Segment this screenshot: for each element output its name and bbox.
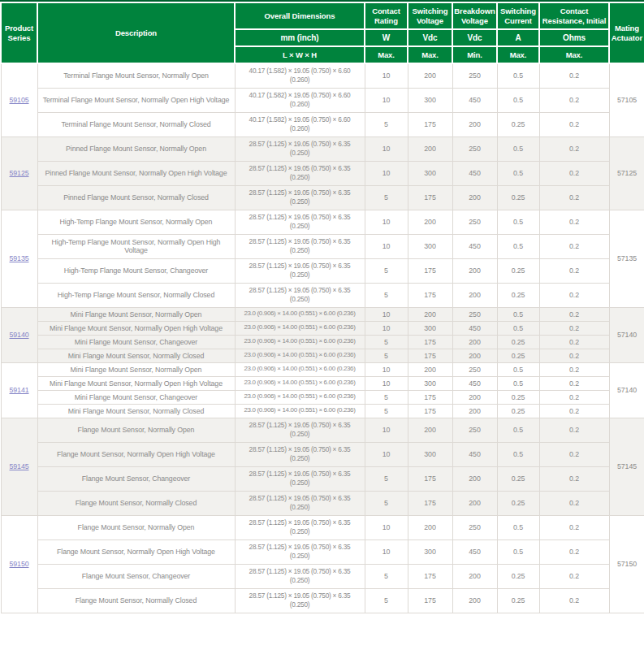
switching-current-cell: 0.25 [497,564,539,588]
switching-current-cell: 0.25 [497,588,539,613]
breakdown-voltage-cell: 450 [452,321,497,335]
description-cell: Flange Mount Sensor, Normally Open High … [37,442,235,466]
description-cell: Flange Mount Sensor, Normally Open [37,515,235,540]
contact-resistance-cell: 0.2 [539,540,609,564]
product-series-link[interactable]: 59135 [10,254,29,262]
header-limit-contact-resistance: Max. [539,46,609,63]
product-series-link[interactable]: 59140 [10,331,29,339]
product-series-cell: 59145 [1,418,37,515]
contact-resistance-cell: 0.2 [539,442,609,466]
mating-actuator-cell: 57150 [609,515,644,613]
breakdown-voltage-cell: 250 [452,515,497,540]
breakdown-voltage-cell: 250 [452,210,497,234]
contact-rating-cell: 5 [365,564,408,588]
switching-voltage-cell: 175 [408,390,452,404]
contact-resistance-cell: 0.2 [539,515,609,540]
switching-voltage-cell: 200 [408,515,452,540]
description-cell: Pinned Flange Mount Sensor, Normally Clo… [37,185,235,210]
contact-rating-cell: 10 [365,88,408,112]
switching-current-cell: 0.5 [497,362,539,376]
dimensions-cell: 28.57 (1.125) × 19.05 (0.750) × 6.35 (0.… [235,588,365,613]
dimensions-cell: 28.57 (1.125) × 19.05 (0.750) × 6.35 (0.… [235,258,365,283]
switching-current-cell: 0.5 [497,161,539,185]
breakdown-voltage-cell: 200 [452,564,497,588]
switching-current-cell: 0.5 [497,88,539,112]
switching-current-cell: 0.25 [497,258,539,283]
dimensions-cell: 23.0 (0.906) × 14.00 (0.551) × 6.00 (0.2… [235,335,365,349]
switching-voltage-cell: 300 [408,88,452,112]
switching-voltage-cell: 175 [408,335,452,349]
table-row: 59140Mini Flange Mount Sensor, Normally … [1,307,644,321]
table-row: Pinned Flange Mount Sensor, Normally Ope… [1,161,644,185]
dimensions-cell: 23.0 (0.906) × 14.00 (0.551) × 6.00 (0.2… [235,390,365,404]
product-series-cell: 59105 [1,63,37,136]
description-cell: Pinned Flange Mount Sensor, Normally Ope… [37,161,235,185]
table-header: Product Series Description Overall Dimen… [1,2,644,63]
product-series-link[interactable]: 59141 [10,386,29,394]
header-mating-actuator: Mating Actuator [609,2,644,63]
description-cell: Flange Mount Sensor, Normally Open High … [37,540,235,564]
header-limit-switching-current: Max. [497,46,539,63]
product-series-link[interactable]: 59150 [10,560,29,568]
switching-current-cell: 0.5 [497,136,539,161]
header-limit-switching-voltage: Max. [408,46,452,63]
table-row: Flange Mount Sensor, Normally Open High … [1,540,644,564]
product-series-link[interactable]: 59145 [10,462,29,470]
contact-resistance-cell: 0.2 [539,564,609,588]
switching-current-cell: 0.5 [497,307,539,321]
breakdown-voltage-cell: 250 [452,63,497,88]
contact-rating-cell: 5 [365,112,408,136]
breakdown-voltage-cell: 200 [452,390,497,404]
dimensions-cell: 28.57 (1.125) × 19.05 (0.750) × 6.35 (0.… [235,234,365,258]
table-row: Pinned Flange Mount Sensor, Normally Clo… [1,185,644,210]
dimensions-cell: 23.0 (0.906) × 14.00 (0.551) × 6.00 (0.2… [235,376,365,390]
dimensions-cell: 23.0 (0.906) × 14.00 (0.551) × 6.00 (0.2… [235,349,365,362]
table-row: Terminal Flange Mount Sensor, Normally C… [1,112,644,136]
breakdown-voltage-cell: 450 [452,234,497,258]
description-cell: Mini Flange Mount Sensor, Changeover [37,335,235,349]
contact-resistance-cell: 0.2 [539,321,609,335]
breakdown-voltage-cell: 250 [452,307,497,321]
table-row: 59135High-Temp Flange Mount Sensor, Norm… [1,210,644,234]
description-cell: High-Temp Flange Mount Sensor, Normally … [37,234,235,258]
description-cell: Mini Flange Mount Sensor, Normally Close… [37,349,235,362]
product-series-link[interactable]: 59125 [10,169,29,177]
contact-rating-cell: 10 [365,63,408,88]
dimensions-cell: 28.57 (1.125) × 19.05 (0.750) × 6.35 (0.… [235,210,365,234]
switching-voltage-cell: 200 [408,362,452,376]
contact-rating-cell: 5 [365,390,408,404]
contact-rating-cell: 5 [365,335,408,349]
contact-resistance-cell: 0.2 [539,418,609,442]
header-product-series: Product Series [1,2,37,63]
description-cell: Flange Mount Sensor, Normally Closed [37,588,235,613]
contact-resistance-cell: 0.2 [539,63,609,88]
breakdown-voltage-cell: 200 [452,466,497,491]
switching-current-cell: 0.25 [497,349,539,362]
switching-current-cell: 0.25 [497,112,539,136]
switching-current-cell: 0.5 [497,210,539,234]
spec-table-body: 59105Terminal Flange Mount Sensor, Norma… [1,63,644,613]
mating-actuator-cell: 57145 [609,418,644,515]
switching-voltage-cell: 175 [408,404,452,418]
header-unit-a: A [497,29,539,46]
contact-rating-cell: 5 [365,466,408,491]
header-overall-dimensions: Overall Dimensions [235,2,365,29]
product-series-link[interactable]: 59105 [10,96,29,104]
contact-rating-cell: 5 [365,283,408,307]
contact-rating-cell: 5 [365,491,408,515]
contact-rating-cell: 10 [365,540,408,564]
contact-rating-cell: 5 [365,258,408,283]
dimensions-cell: 28.57 (1.125) × 19.05 (0.750) × 6.35 (0.… [235,418,365,442]
breakdown-voltage-cell: 450 [452,88,497,112]
table-row: High-Temp Flange Mount Sensor, Normally … [1,283,644,307]
switching-voltage-cell: 200 [408,136,452,161]
contact-rating-cell: 5 [365,185,408,210]
description-cell: Mini Flange Mount Sensor, Normally Open … [37,321,235,335]
description-cell: Flange Mount Sensor, Changeover [37,564,235,588]
table-row: High-Temp Flange Mount Sensor, Changeove… [1,258,644,283]
description-cell: High-Temp Flange Mount Sensor, Changeove… [37,258,235,283]
table-row: 59141Mini Flange Mount Sensor, Normally … [1,362,644,376]
breakdown-voltage-cell: 250 [452,418,497,442]
dimensions-cell: 40.17 (1.582) × 19.05 (0.750) × 6.60 (0.… [235,63,365,88]
header-contact-resistance: Contact Resistance, Initial [539,2,609,29]
